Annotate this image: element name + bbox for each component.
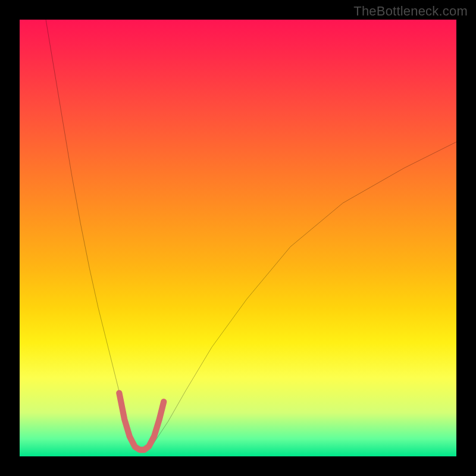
bottleneck-curve (46, 20, 456, 452)
plot-area (20, 20, 456, 456)
chart-stage: TheBottleneck.com (0, 0, 476, 476)
curve-layer (20, 20, 456, 456)
watermark-text: TheBottleneck.com (353, 4, 468, 19)
highlight-valley (119, 393, 164, 450)
